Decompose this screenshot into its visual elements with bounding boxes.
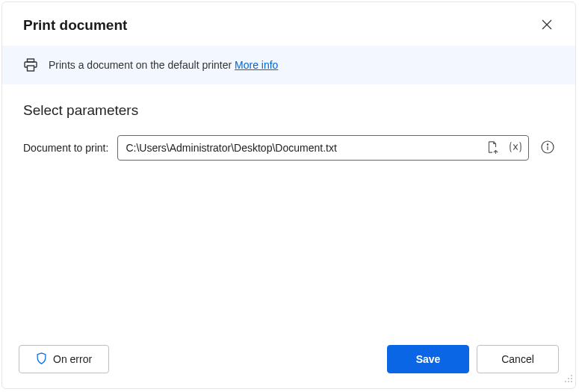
info-banner: Prints a document on the default printer… — [2, 46, 575, 84]
banner-text: Prints a document on the default printer — [49, 59, 235, 71]
svg-rect-3 — [28, 66, 34, 71]
dialog-header: Print document — [2, 2, 575, 46]
svg-point-15 — [571, 381, 572, 382]
cancel-button[interactable]: Cancel — [477, 345, 559, 373]
section-title: Select parameters — [23, 102, 554, 119]
dialog-footer: On error Save Cancel — [2, 335, 575, 388]
more-info-link[interactable]: More info — [235, 59, 278, 71]
save-button[interactable]: Save — [387, 345, 469, 373]
cancel-label: Cancel — [501, 353, 534, 365]
param-info-button[interactable] — [541, 140, 554, 156]
input-wrapper — [117, 135, 529, 161]
info-icon — [541, 140, 554, 156]
input-icon-group — [484, 139, 524, 158]
svg-point-14 — [568, 381, 569, 382]
dialog-title: Print document — [23, 17, 127, 34]
close-icon — [542, 19, 552, 32]
svg-point-8 — [547, 143, 548, 144]
on-error-label: On error — [53, 353, 92, 365]
param-row-document: Document to print: — [23, 135, 554, 161]
printer-icon — [23, 57, 38, 72]
resize-grip-icon[interactable] — [564, 373, 573, 386]
close-button[interactable] — [539, 18, 554, 33]
file-arrow-icon — [486, 140, 499, 156]
param-label-document: Document to print: — [23, 142, 108, 154]
variable-icon — [508, 141, 523, 155]
svg-point-13 — [565, 381, 566, 382]
shield-icon — [36, 352, 47, 367]
save-label: Save — [416, 353, 441, 365]
select-file-button[interactable] — [484, 139, 501, 158]
on-error-button[interactable]: On error — [19, 345, 109, 373]
dialog-content: Select parameters Document to print: — [2, 84, 575, 335]
variable-picker-button[interactable] — [507, 140, 524, 157]
banner-text-wrapper: Prints a document on the default printer… — [49, 59, 278, 71]
print-document-dialog: Print document Prints a document on the … — [1, 1, 576, 389]
svg-point-10 — [571, 375, 572, 376]
document-path-input[interactable] — [117, 135, 529, 161]
svg-point-12 — [571, 378, 572, 379]
svg-point-11 — [568, 378, 569, 379]
